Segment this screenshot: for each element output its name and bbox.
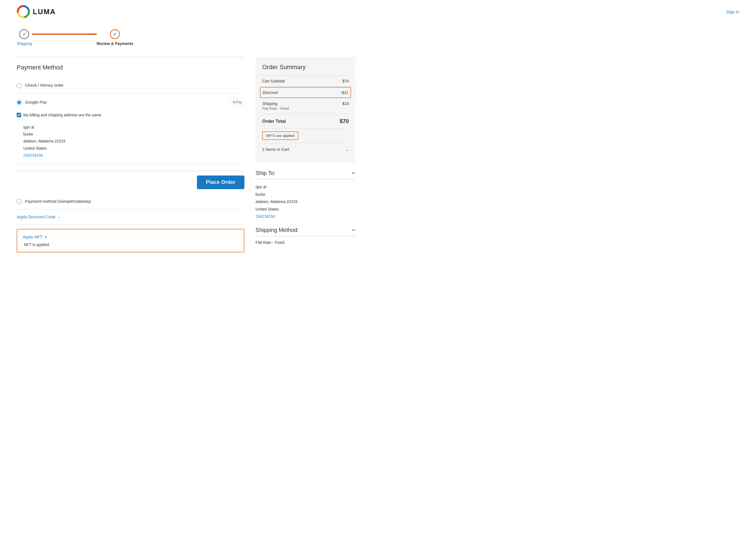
billing-city: burke: [23, 131, 65, 138]
nft-applied-text: NFT is applied: [23, 243, 238, 247]
check-label: Check / Money order: [25, 83, 64, 88]
order-total-row: Order Total $70: [262, 114, 349, 129]
step-review-label[interactable]: Review & Payments: [97, 41, 133, 46]
nft-toggle[interactable]: Apply NFT ∧: [23, 235, 238, 239]
order-summary-title: Order Summary: [262, 64, 349, 71]
nft-badge-row: NFT's are applied: [262, 129, 349, 143]
sample-gateway-radio[interactable]: [17, 199, 22, 204]
discount-toggle[interactable]: Apply Discount Code ⌄: [17, 215, 245, 219]
order-total-value: $70: [340, 118, 349, 124]
shipping-row: Shipping Flat Rate - Fixed $10: [262, 98, 349, 114]
billing-checkbox-row: My billing and shipping address are the …: [17, 113, 101, 117]
place-order-button[interactable]: Place Order: [197, 176, 245, 189]
page-header: LUMA Sign In: [0, 0, 756, 21]
ship-to-city: burke: [256, 191, 356, 198]
ship-to-country: United States: [256, 206, 356, 213]
ship-to-name: Igor al: [256, 183, 356, 191]
shipping-method-edit-icon[interactable]: ✏: [352, 228, 356, 233]
shipping-sub-label: Flat Rate - Fixed: [262, 106, 289, 111]
progress-section: ✓ Shipping ✓ Review & Payments: [0, 21, 756, 49]
main-content: Payment Method Check / Money order Googl…: [0, 49, 756, 269]
step-shipping-circle: ✓: [19, 29, 29, 39]
discount-row: Discount -$11: [260, 87, 351, 98]
billing-phone: 234234234: [23, 152, 65, 159]
cart-items-row[interactable]: 2 Items in Cart ⌄: [262, 143, 349, 156]
billing-checkbox[interactable]: [17, 113, 21, 117]
sample-gateway-option: Payment method (SampleGateway): [17, 194, 245, 210]
billing-country: United States: [23, 145, 65, 152]
discount-label: Discount: [263, 90, 278, 95]
discount-value: -$11: [341, 90, 348, 95]
nft-section: Apply NFT ∧ NFT is applied: [17, 229, 245, 253]
cart-subtotal-value: $70: [343, 79, 349, 83]
shipping-method-value: Flat Rate - Fixed: [256, 240, 356, 245]
chevron-up-icon: ∧: [45, 235, 48, 239]
googlepay-payment-option: Google Pay G Pay My billing and shipping…: [17, 94, 245, 164]
logo-area: LUMA: [17, 5, 56, 18]
sample-gateway-label: Payment method (SampleGateway): [25, 199, 91, 204]
step-review: ✓ Review & Payments: [97, 29, 133, 46]
cart-items-chevron-icon: ⌄: [346, 147, 349, 152]
cart-subtotal-label: Cart Subtotal: [262, 79, 285, 83]
shipping-method-title: Shipping Method:: [256, 227, 299, 233]
right-panel: Order Summary Cart Subtotal $70 Discount…: [256, 57, 356, 245]
discount-section: Apply Discount Code ⌄: [17, 210, 245, 225]
cart-subtotal-row: Cart Subtotal $70: [262, 76, 349, 87]
g-icon: G: [233, 100, 236, 104]
ship-to-header-row: Ship To: ✏: [256, 170, 356, 176]
nft-toggle-label: Apply NFT: [23, 235, 43, 239]
step-line-1: [32, 33, 97, 35]
step-shipping: ✓ Shipping: [17, 29, 32, 46]
ship-to-edit-icon[interactable]: ✏: [352, 171, 356, 176]
ship-to-section: Ship To: ✏ Igor al burke alabam, Alabama…: [256, 170, 356, 220]
nft-badge: NFT's are applied: [262, 131, 298, 140]
googlepay-label: Google Pay: [25, 100, 47, 104]
order-summary-box: Order Summary Cart Subtotal $70 Discount…: [256, 57, 356, 162]
cart-items-text: 2 Items in Cart: [262, 147, 290, 152]
shipping-value: $10: [343, 101, 349, 106]
ship-to-address: Igor al burke alabam, Alabama 22333 Unit…: [256, 183, 356, 220]
googlepay-radio[interactable]: [17, 100, 22, 105]
place-order-row: Place Order: [17, 171, 245, 194]
shipping-label: Shipping: [262, 101, 289, 106]
ship-to-phone: 234234234: [256, 213, 356, 220]
steps-container: ✓ Shipping ✓ Review & Payments: [17, 29, 133, 46]
chevron-down-icon: ⌄: [58, 215, 61, 219]
checkmark-active-icon: ✓: [113, 32, 117, 37]
check-radio[interactable]: [17, 83, 22, 88]
shipping-label-block: Shipping Flat Rate - Fixed: [262, 101, 289, 111]
sign-in-link[interactable]: Sign In: [726, 9, 739, 14]
checkmark-icon: ✓: [23, 32, 26, 37]
left-panel: Payment Method Check / Money order Googl…: [17, 57, 245, 253]
step-shipping-label[interactable]: Shipping: [17, 41, 32, 46]
logo-text: LUMA: [33, 8, 56, 16]
billing-address-block: Igor al burke alabam, Alabama 22333 Unit…: [17, 124, 65, 159]
luma-logo-icon: [17, 5, 30, 18]
ship-to-divider: [256, 179, 356, 180]
payment-section-title: Payment Method: [17, 64, 245, 71]
order-total-label: Order Total: [262, 119, 286, 124]
billing-address-line: alabam, Alabama 22333: [23, 138, 65, 145]
shipping-method-header-row: Shipping Method: ✏: [256, 227, 356, 233]
top-divider: [17, 57, 245, 57]
billing-checkbox-label: My billing and shipping address are the …: [23, 113, 101, 117]
shipping-method-section: Shipping Method: ✏ Flat Rate - Fixed: [256, 227, 356, 245]
google-pay-logo: G Pay: [230, 99, 245, 106]
discount-toggle-label: Apply Discount Code: [17, 215, 56, 219]
pay-text: Pay: [236, 100, 242, 104]
step-review-circle: ✓: [110, 29, 120, 39]
billing-name: Igor al: [23, 124, 65, 131]
ship-to-address-line: alabam, Alabama 22333: [256, 198, 356, 206]
ship-to-title: Ship To:: [256, 170, 276, 176]
check-payment-option: Check / Money order: [17, 78, 245, 94]
